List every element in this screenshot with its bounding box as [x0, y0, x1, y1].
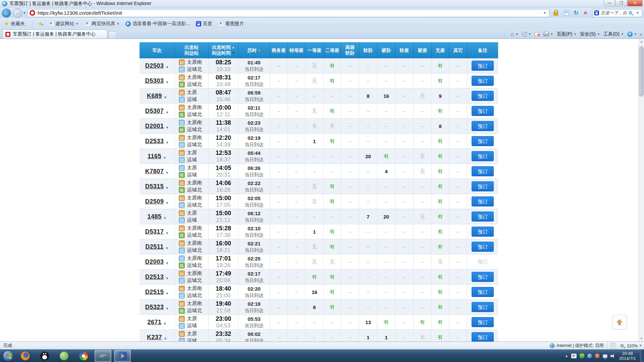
ie-taskbar-button[interactable] — [95, 350, 111, 362]
red-dot-icon[interactable] — [595, 354, 600, 358]
feeds-button[interactable]: ▼ — [522, 32, 531, 37]
train-link[interactable]: 1165 — [148, 153, 161, 160]
expand-icon[interactable]: ▼ — [165, 111, 169, 114]
book-button[interactable]: 预订 — [472, 91, 494, 101]
back-to-top-button[interactable] — [612, 315, 627, 329]
compatibility-view-button[interactable] — [562, 9, 571, 17]
green-app-taskbar-button[interactable] — [56, 350, 72, 362]
train-link[interactable]: 2671 — [148, 319, 162, 326]
book-button[interactable]: 预订 — [472, 166, 494, 176]
expand-icon[interactable]: ▼ — [163, 156, 166, 160]
firefox-taskbar-button[interactable] — [17, 350, 34, 362]
train-link[interactable]: D5303 — [145, 77, 164, 84]
close-button[interactable]: ✕ — [627, 0, 643, 6]
refresh-button[interactable]: ↻ — [572, 9, 580, 17]
col-soft-sleeper[interactable]: 软卧 — [359, 42, 377, 58]
expand-icon[interactable]: ▼ — [165, 126, 169, 129]
col-times[interactable]: 出发时间▲到达时间▼ — [208, 42, 238, 58]
more-commands-icon[interactable]: » — [640, 32, 642, 37]
col-duration[interactable]: 历时▲ — [238, 42, 270, 58]
train-link[interactable]: D5323 — [145, 304, 164, 311]
scroll-down-icon[interactable]: ▼ — [639, 336, 644, 342]
train-link[interactable]: D2511 — [145, 243, 164, 250]
col-hard-seat[interactable]: 硬座 — [413, 42, 431, 58]
train-link[interactable]: K7807 — [145, 168, 164, 175]
book-button[interactable]: 预订 — [472, 317, 494, 327]
expand-icon[interactable]: ▼ — [164, 96, 167, 99]
expand-icon[interactable]: ▼ — [165, 246, 169, 250]
add-to-favorites-bar-icon[interactable]: ★ — [38, 20, 43, 27]
train-link[interactable]: D2515 — [145, 289, 164, 296]
expand-icon[interactable]: ▼ — [163, 216, 167, 220]
book-button[interactable]: 预订 — [472, 242, 494, 252]
url-dropdown-icon[interactable]: ▼ — [540, 11, 549, 15]
book-button[interactable]: 预订 — [472, 61, 494, 71]
new-tab-button[interactable] — [108, 31, 116, 39]
col-first-class[interactable]: 一等座 — [305, 42, 323, 58]
expand-icon[interactable]: ▼ — [165, 292, 169, 295]
speaker-icon[interactable] — [610, 354, 615, 358]
col-stations[interactable]: 出发站到达站 — [174, 42, 208, 58]
book-button[interactable]: 预订 — [472, 121, 494, 131]
zoom-dropdown-icon[interactable]: ▼ — [639, 344, 642, 347]
ime-icon[interactable]: 中 — [571, 354, 577, 358]
search-icon[interactable] — [629, 11, 632, 14]
col-business-seat[interactable]: 商务座 — [270, 42, 287, 58]
expand-icon[interactable]: ▼ — [165, 65, 169, 69]
book-button[interactable]: 预订 — [472, 76, 494, 86]
home-button[interactable]: ⌂▼ — [511, 31, 518, 38]
pinwheel-taskbar-button[interactable] — [75, 350, 92, 362]
maximize-button[interactable]: ❐ — [615, 0, 627, 6]
scroll-up-icon[interactable]: ▲ — [639, 39, 644, 45]
expand-icon[interactable]: ▼ — [164, 337, 167, 341]
book-button[interactable]: 预订 — [472, 181, 494, 191]
expand-icon[interactable]: ▼ — [165, 307, 169, 310]
expand-icon[interactable]: ▼ — [165, 277, 169, 280]
train-link[interactable]: D2003 — [145, 258, 164, 265]
train-link[interactable]: D5307 — [145, 108, 164, 115]
favorites-item[interactable]: 网页快讯库▼ — [85, 21, 120, 27]
player-taskbar-button[interactable] — [114, 350, 131, 362]
sort-icon[interactable]: ▲ — [258, 48, 261, 53]
nav-history-dropdown-icon[interactable]: ▼ — [23, 11, 26, 15]
url-field[interactable]: https://kyfw.12306.cn/otn/leftTicket/ini… — [28, 9, 549, 17]
expand-icon[interactable]: ▼ — [165, 231, 169, 235]
shield-icon[interactable] — [580, 354, 584, 358]
book-button[interactable]: 预订 — [472, 106, 494, 116]
train-link[interactable]: K689 — [147, 93, 162, 100]
favorites-star-icon[interactable]: ★ — [4, 20, 9, 27]
col-remark[interactable]: 备注 — [467, 42, 498, 58]
book-button[interactable]: 预订 — [472, 332, 494, 342]
start-button[interactable] — [3, 350, 14, 362]
sort-icon[interactable]: ▲ — [232, 45, 235, 50]
col-deluxe-sleeper[interactable]: 高级软卧 — [341, 42, 359, 58]
search-dropdown-icon[interactable]: ▼ — [633, 11, 642, 15]
url-text[interactable]: https://kyfw.12306.cn/otn/leftTicket/ini… — [38, 10, 540, 16]
train-link[interactable]: 1485 — [148, 213, 162, 220]
train-link[interactable]: D2001 — [145, 123, 164, 130]
favorites-item[interactable]: 看图搜片 — [218, 21, 244, 27]
qq-taskbar-button[interactable] — [36, 350, 53, 362]
col-hard-sleeper[interactable]: 硬卧 — [377, 42, 395, 58]
train-link[interactable]: D2533 — [145, 138, 164, 145]
monitor-icon[interactable] — [603, 354, 607, 358]
train-link[interactable]: D2509 — [145, 198, 164, 205]
col-other[interactable]: 其它 — [449, 42, 467, 58]
search-box[interactable]: 百度一下，你 ▼ — [592, 9, 642, 17]
col-no-seat[interactable]: 无座 — [431, 42, 449, 58]
minimize-button[interactable]: — — [604, 0, 615, 6]
book-button[interactable]: 预订 — [472, 151, 494, 161]
show-desktop-button[interactable] — [640, 350, 644, 362]
book-button[interactable]: 预订 — [472, 196, 494, 206]
expand-icon[interactable]: ▼ — [165, 186, 169, 190]
train-link[interactable]: K237 — [147, 334, 162, 341]
vertical-scrollbar[interactable]: ▲ ▼ — [638, 39, 644, 342]
col-second-class[interactable]: 二等座 — [323, 42, 341, 58]
train-link[interactable]: D5315 — [145, 183, 164, 190]
book-button[interactable]: 预订 — [472, 272, 494, 282]
blue-dot-icon[interactable] — [587, 354, 592, 358]
forward-button[interactable]: → — [13, 8, 22, 18]
help-menu[interactable]: ?▼ — [627, 32, 637, 37]
expand-icon[interactable]: ▼ — [165, 171, 169, 175]
book-button[interactable]: 预订 — [472, 227, 494, 237]
